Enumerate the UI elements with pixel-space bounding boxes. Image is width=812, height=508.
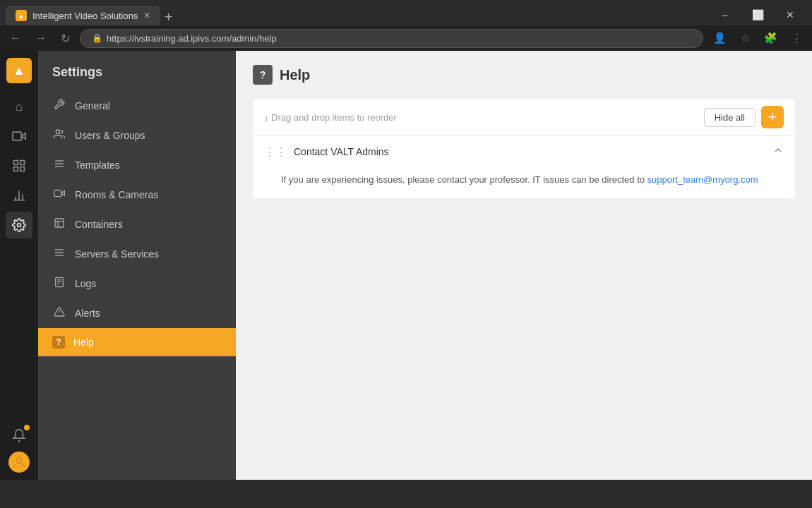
app-logo[interactable]: ▲ xyxy=(6,58,32,83)
sidebar-item-alerts[interactable]: Alerts xyxy=(38,298,236,328)
camera-nav-icon[interactable] xyxy=(6,123,32,150)
sidebar-item-servers-label: Servers & Services xyxy=(75,248,159,260)
alerts-icon xyxy=(52,306,66,320)
sidebar: Settings General Users & Groups xyxy=(38,51,236,480)
chart-nav-icon[interactable] xyxy=(6,182,32,209)
maximize-button[interactable]: ⬜ xyxy=(741,4,774,25)
home-nav-icon[interactable]: ⌂ xyxy=(6,93,32,120)
sidebar-item-containers-label: Containers xyxy=(75,219,123,230)
browser-chrome: ← → ↻ 🔒 https://ivstraining.ad.ipivs.com… xyxy=(0,25,812,51)
sidebar-item-general-label: General xyxy=(75,100,110,111)
main-content: ? Help ↕ Drag and drop items to reorder … xyxy=(236,51,812,480)
page-title: Help xyxy=(280,67,310,83)
page-icon: ? xyxy=(253,65,273,85)
help-item-header[interactable]: ⋮⋮ Contact VALT Admins xyxy=(253,136,795,167)
sidebar-item-templates[interactable]: Templates xyxy=(38,150,236,180)
drag-hint: ↕ Drag and drop items to reorder xyxy=(264,112,397,123)
tab-close-button[interactable]: × xyxy=(143,10,150,21)
card-actions: Hide all + xyxy=(704,106,784,128)
logs-icon xyxy=(52,277,66,291)
sidebar-item-logs[interactable]: Logs xyxy=(38,269,236,298)
sidebar-item-servers[interactable]: Servers & Services xyxy=(38,239,236,269)
main-header: ? Help xyxy=(236,51,812,92)
sidebar-nav: General Users & Groups Templates xyxy=(38,91,236,480)
notifications-icon[interactable] xyxy=(6,422,32,449)
sidebar-item-help[interactable]: ? Help xyxy=(38,328,236,356)
rail-bottom xyxy=(6,422,32,473)
close-button[interactable]: ✕ xyxy=(774,4,806,25)
help-card: ↕ Drag and drop items to reorder Hide al… xyxy=(253,99,795,199)
help-item-body: If you are experiencing issues, please c… xyxy=(253,167,795,198)
hide-all-button[interactable]: Hide all xyxy=(704,108,756,127)
help-nav-icon: ? xyxy=(52,336,65,349)
card-header: ↕ Drag and drop items to reorder Hide al… xyxy=(253,99,795,136)
sidebar-item-rooms[interactable]: Rooms & Cameras xyxy=(38,180,236,210)
window-controls: – ⬜ ✕ xyxy=(709,4,806,25)
address-bar[interactable]: 🔒 https://ivstraining.ad.ipivs.com/admin… xyxy=(80,29,703,48)
help-item-body-prefix: If you are experiencing issues, please c… xyxy=(281,174,647,185)
wrench-icon xyxy=(52,99,66,113)
reload-button[interactable]: ↻ xyxy=(56,29,74,48)
browser-tab[interactable]: ▲ Intelligent Video Solutions × xyxy=(6,6,160,25)
help-item-link[interactable]: support_team@myorg.com xyxy=(647,174,758,185)
profile-icon[interactable]: 👤 xyxy=(709,29,731,47)
help-item-title: Contact VALT Admins xyxy=(294,146,772,157)
forward-button[interactable]: → xyxy=(31,29,51,47)
drag-handle-icon[interactable]: ⋮⋮ xyxy=(264,145,287,159)
minimize-button[interactable]: – xyxy=(709,4,741,25)
svg-rect-15 xyxy=(54,190,61,196)
sidebar-item-logs-label: Logs xyxy=(75,278,96,289)
sidebar-item-templates-label: Templates xyxy=(75,159,120,171)
tab-bar: ▲ Intelligent Video Solutions × + – ⬜ ✕ xyxy=(0,0,812,25)
extensions-icon[interactable]: 🧩 xyxy=(760,29,782,47)
new-tab-button[interactable]: + xyxy=(160,9,177,25)
help-item-contact: ⋮⋮ Contact VALT Admins If you are experi… xyxy=(253,136,795,199)
sidebar-item-containers[interactable]: Containers xyxy=(38,210,236,239)
settings-nav-icon[interactable] xyxy=(6,212,32,238)
sidebar-item-rooms-label: Rooms & Cameras xyxy=(75,189,158,200)
containers-icon xyxy=(52,217,66,231)
svg-rect-1 xyxy=(14,161,18,165)
grid-nav-icon[interactable] xyxy=(6,152,32,179)
svg-rect-2 xyxy=(20,161,25,165)
svg-point-11 xyxy=(56,130,59,133)
svg-rect-16 xyxy=(55,219,64,227)
tab-title: Intelligent Video Solutions xyxy=(32,11,138,21)
svg-rect-0 xyxy=(13,132,21,140)
templates-icon xyxy=(52,158,66,172)
menu-icon[interactable]: ⋮ xyxy=(787,29,806,47)
sidebar-item-users-label: Users & Groups xyxy=(75,130,145,141)
sidebar-item-users[interactable]: Users & Groups xyxy=(38,121,236,150)
url-text: https://ivstraining.ad.ipivs.com/admin/h… xyxy=(107,33,277,44)
plus-icon: + xyxy=(768,109,777,125)
add-item-button[interactable]: + xyxy=(761,106,784,128)
svg-point-10 xyxy=(16,457,21,462)
left-rail: ▲ ⌂ xyxy=(0,51,38,480)
star-icon[interactable]: ☆ xyxy=(736,29,754,47)
sidebar-item-alerts-label: Alerts xyxy=(75,308,100,319)
back-button[interactable]: ← xyxy=(6,29,25,47)
tab-favicon: ▲ xyxy=(16,10,27,21)
sidebar-title: Settings xyxy=(38,51,236,91)
lock-icon: 🔒 xyxy=(92,33,102,43)
sidebar-item-help-label: Help xyxy=(73,337,94,348)
user-avatar[interactable] xyxy=(8,452,30,473)
collapse-icon[interactable] xyxy=(772,145,784,159)
main-body: ↕ Drag and drop items to reorder Hide al… xyxy=(236,92,812,480)
sidebar-item-general[interactable]: General xyxy=(38,91,236,121)
servers-icon xyxy=(52,247,66,261)
svg-rect-3 xyxy=(14,167,18,171)
notification-badge xyxy=(24,425,30,430)
rooms-cameras-icon xyxy=(52,188,66,202)
svg-point-9 xyxy=(18,224,21,227)
users-icon xyxy=(52,128,66,143)
svg-rect-4 xyxy=(20,167,25,171)
app-layout: ▲ ⌂ xyxy=(0,51,812,480)
